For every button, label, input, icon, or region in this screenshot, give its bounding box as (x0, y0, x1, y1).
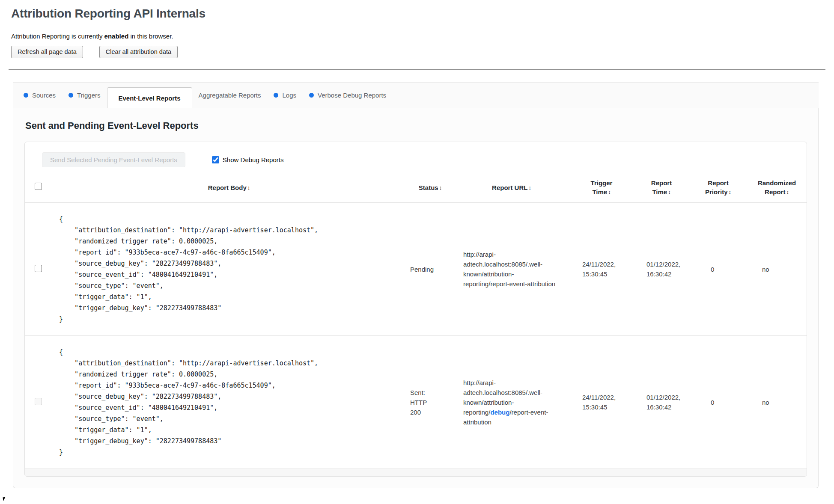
header-line: Priority (705, 187, 728, 196)
report-body-json: { "attribution_destination": "http://ara… (59, 336, 407, 468)
table-footer-strip (25, 469, 807, 476)
header-status[interactable]: Status↕ (407, 174, 454, 203)
row-select-checkbox[interactable] (35, 265, 42, 272)
report-time-cell: 01/12/2022, 16:30:42 (634, 336, 689, 469)
tab-label: Sources (32, 92, 56, 99)
select-all-header-cell (25, 174, 51, 203)
section-heading: Sent and Pending Event-Level Reports (25, 120, 807, 131)
blue-dot-icon (309, 93, 314, 98)
header-line: Time (592, 187, 607, 196)
toolbar: Refresh all page data Clear all attribut… (11, 46, 834, 58)
header-report-priority[interactable]: Report Priority↕ (689, 174, 747, 203)
tab-triggers[interactable]: Triggers (62, 83, 107, 108)
header-line: Report Body (208, 183, 247, 192)
blue-dot-icon (24, 93, 28, 98)
tab-verbose-debug-reports[interactable]: Verbose Debug Reports (303, 83, 393, 108)
sort-icon[interactable]: ↕ (247, 183, 250, 192)
randomized-report-cell: no (747, 336, 807, 469)
report-priority-cell: 0 (689, 203, 747, 336)
header-line: Report (708, 178, 728, 187)
tab-logs[interactable]: Logs (267, 83, 303, 108)
blue-dot-icon (69, 93, 73, 98)
report-row-sent-debug: { "attribution_destination": "http://ara… (25, 336, 807, 469)
row-select-cell (25, 203, 51, 336)
api-status-line: Attribution Reporting is currently enabl… (11, 33, 834, 40)
report-body-cell: { "attribution_destination": "http://ara… (51, 203, 407, 336)
show-debug-toggle[interactable]: Show Debug Reports (212, 156, 284, 163)
debug-link: debug (490, 409, 509, 416)
report-time-cell: 01/12/2022, 16:30:42 (634, 203, 689, 336)
tab-label: Aggregatable Reports (199, 92, 261, 99)
report-url-cell: http://arapi-adtech.localhost:8085/.well… (454, 203, 569, 336)
sort-icon[interactable]: ↕ (786, 187, 789, 196)
show-debug-label: Show Debug Reports (223, 156, 284, 163)
sort-icon[interactable]: ↕ (668, 187, 671, 196)
table-header-row: Report Body↕ Status↕ Report URL↕ Trigger (25, 174, 807, 203)
tab-label: Verbose Debug Reports (318, 92, 386, 99)
tab-label: Triggers (77, 92, 100, 99)
header-line: Status (419, 183, 438, 192)
randomized-report-cell: no (747, 203, 807, 336)
send-selected-reports-button[interactable]: Send Selected Pending Event-Level Report… (42, 152, 185, 167)
row-select-cell (25, 336, 51, 469)
report-url-cell: http://arapi-adtech.localhost:8085/.well… (454, 336, 569, 469)
row-select-checkbox-disabled (35, 398, 42, 405)
header-line: Report URL (492, 183, 527, 192)
report-body-cell: { "attribution_destination": "http://ara… (51, 336, 407, 469)
header-line: Report (765, 187, 785, 196)
tab-sources[interactable]: Sources (17, 83, 62, 108)
header-line: Trigger (591, 178, 613, 187)
header-line: Report (651, 178, 672, 187)
trigger-time-cell: 24/11/2022, 15:30:45 (569, 336, 634, 469)
sort-icon[interactable]: ↕ (528, 183, 531, 192)
tab-aggregatable-reports[interactable]: Aggregatable Reports (192, 83, 268, 108)
tab-label: Logs (282, 92, 296, 99)
blue-dot-icon (274, 93, 278, 98)
url-text: report-event-attribution (490, 280, 555, 288)
header-trigger-time[interactable]: Trigger Time↕ (569, 174, 634, 203)
header-randomized-report[interactable]: Randomized Report↕ (747, 174, 807, 203)
footer-strip (25, 469, 807, 476)
header-report-time[interactable]: Report Time↕ (634, 174, 689, 203)
mouse-cursor-icon (3, 497, 6, 501)
header-line: Time (652, 187, 667, 196)
trigger-time-cell: 24/11/2022, 15:30:45 (569, 203, 634, 336)
table-controls: Send Selected Pending Event-Level Report… (25, 142, 807, 169)
report-priority-cell: 0 (689, 336, 747, 469)
reports-table-container: Send Selected Pending Event-Level Report… (24, 142, 807, 477)
header-report-body[interactable]: Report Body↕ (51, 174, 407, 203)
header-report-url[interactable]: Report URL↕ (454, 174, 569, 203)
show-debug-checkbox[interactable] (212, 156, 219, 163)
header-line: Randomized (758, 178, 796, 187)
select-all-checkbox[interactable] (35, 183, 42, 190)
status-prefix: Attribution Reporting is currently (11, 33, 104, 40)
status-cell: Pending (407, 203, 454, 336)
sort-icon[interactable]: ↕ (729, 187, 732, 196)
header-divider (9, 69, 825, 70)
tab-panel-event-level-reports: Sent and Pending Event-Level Reports Sen… (13, 108, 819, 488)
status-suffix: in this browser. (128, 33, 173, 40)
clear-all-button[interactable]: Clear all attribution data (99, 46, 178, 58)
tab-label: Event-Level Reports (119, 95, 181, 102)
refresh-all-button[interactable]: Refresh all page data (11, 46, 83, 58)
tab-event-level-reports[interactable]: Event-Level Reports (107, 87, 192, 108)
page-header: Attribution Reporting API Internals Attr… (0, 0, 834, 58)
sort-icon[interactable]: ↕ (608, 187, 611, 196)
report-body-json: { "attribution_destination": "http://ara… (59, 203, 407, 335)
tab-box: Sources Triggers Event-Level Reports Agg… (13, 82, 819, 488)
event-level-reports-table: Report Body↕ Status↕ Report URL↕ Trigger (25, 174, 807, 476)
status-enabled: enabled (104, 33, 129, 40)
sort-icon[interactable]: ↕ (439, 183, 442, 192)
tab-strip: Sources Triggers Event-Level Reports Agg… (13, 82, 819, 108)
page-title: Attribution Reporting API Internals (11, 7, 834, 21)
report-row-pending: { "attribution_destination": "http://ara… (25, 203, 807, 336)
status-cell: Sent: HTTP 200 (407, 336, 454, 469)
